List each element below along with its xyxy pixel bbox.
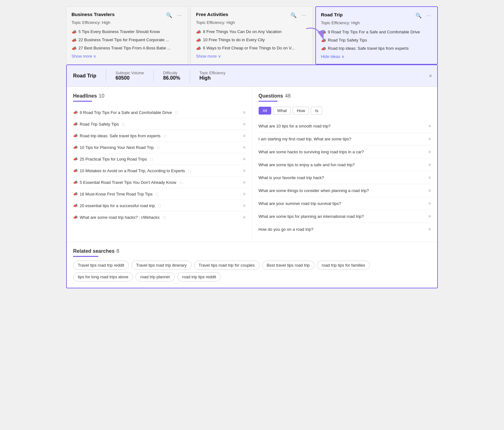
sort-icon[interactable]: ≡ <box>428 175 431 180</box>
filter-what[interactable]: What <box>273 107 291 115</box>
card-item: 📣 27 Best Business Travel Tips From A Bo… <box>72 46 183 51</box>
sort-icon[interactable]: ≡ <box>243 110 245 115</box>
question-text: What are some tips for planning an inter… <box>259 214 364 219</box>
card-free-activities: Free Activities 🔍 ··· Topic Efficiency: … <box>191 6 312 65</box>
sort-icon[interactable]: ≡ <box>243 180 245 185</box>
related-tag[interactable]: tips for long road trips alone <box>73 272 133 281</box>
sort-icon[interactable]: ≡ <box>428 162 431 167</box>
related-tag[interactable]: road trip planner <box>135 272 175 281</box>
question-item: What are some tips to enjoy a safe and f… <box>259 158 431 171</box>
related-tag[interactable]: Travel tips road trip itinerary <box>131 261 192 270</box>
more-button-road[interactable]: ··· <box>426 12 432 19</box>
headline-item: 📣 20 essential tips for a successful roa… <box>73 200 246 212</box>
show-more-business[interactable]: Show more ∨ <box>72 54 183 59</box>
sort-icon[interactable]: ≡ <box>243 145 245 150</box>
detail-panel: Road Trip Subtopic Volume 60500 Difficul… <box>66 65 438 288</box>
show-more-free[interactable]: Show more ∨ <box>196 54 307 59</box>
sort-icon[interactable]: ≡ <box>243 191 245 196</box>
card-actions: 🔍 ··· <box>289 12 307 19</box>
headline-text: 20 essential tips for a successful road … <box>80 203 155 208</box>
related-tag[interactable]: road trip tips reddit <box>177 272 221 281</box>
search-button-business[interactable]: 🔍 <box>165 12 174 19</box>
card-business-travelers: Business Travelers 🔍 ··· Topic Efficienc… <box>66 6 188 65</box>
card-title-road: Road Trip <box>321 12 343 17</box>
card-item-text: 22 Business Travel Tips for Frequent Cor… <box>78 37 169 42</box>
card-header: Free Activities 🔍 ··· <box>196 12 307 19</box>
cards-row: Business Travelers 🔍 ··· Topic Efficienc… <box>66 6 438 65</box>
filter-how[interactable]: How <box>293 107 309 115</box>
external-link-icon[interactable]: ⬚ <box>157 146 160 149</box>
card-items-road: 📣 9 Road Trip Tips For a Safe and Comfor… <box>321 30 432 51</box>
related-tag[interactable]: Travel tips road trip reddit <box>73 261 129 270</box>
arrow-decoration <box>303 22 328 48</box>
sort-icon[interactable]: ≡ <box>428 201 431 206</box>
question-item: I am starting my first road trip. What a… <box>259 133 431 145</box>
sort-icon[interactable]: ≡ <box>243 203 245 208</box>
external-link-icon[interactable]: ⬚ <box>158 204 161 207</box>
related-section: Related searches 8 Travel tips road trip… <box>67 242 437 288</box>
external-link-icon[interactable]: ⬚ <box>164 134 167 138</box>
filter-all[interactable]: All <box>259 107 271 115</box>
sort-icon[interactable]: ≡ <box>428 227 431 232</box>
subtopic-volume-value: 60500 <box>116 75 144 81</box>
megaphone-icon: 📣 <box>196 30 201 34</box>
sort-icon[interactable]: ≡ <box>243 122 245 127</box>
question-text: How do you go on a road trip? <box>259 227 313 232</box>
sort-icon[interactable]: ≡ <box>243 168 245 173</box>
related-title: Related searches 8 <box>73 248 431 254</box>
sort-icon[interactable]: ≡ <box>243 156 245 161</box>
sort-icon[interactable]: ≡ <box>428 149 431 154</box>
difficulty-value: 86.00% <box>163 75 180 81</box>
external-link-icon[interactable]: ⬚ <box>188 169 191 173</box>
headline-item: 📣 10 Tips for Planning Your Next Road Tr… <box>73 142 246 153</box>
external-link-icon[interactable]: ⬚ <box>180 181 182 184</box>
more-button-business[interactable]: ··· <box>176 12 183 19</box>
hide-ideas-road[interactable]: Hide ideas ∧ <box>321 54 432 59</box>
external-link-icon[interactable]: ⬚ <box>122 122 125 126</box>
headlines-count: 10 <box>99 93 105 99</box>
card-item: 📣 5 Tips Every Business Traveler Should … <box>72 29 183 34</box>
question-text: What are some things to consider when pl… <box>259 188 369 193</box>
external-link-icon[interactable]: ⬚ <box>150 157 153 161</box>
related-tag[interactable]: road trip tips for families <box>317 261 370 270</box>
sort-icon[interactable]: ≡ <box>243 133 245 138</box>
sort-icon[interactable]: ≡ <box>428 123 431 128</box>
megaphone-icon: 📣 <box>73 110 78 115</box>
stat-divider <box>153 70 154 82</box>
search-button-road[interactable]: 🔍 <box>414 12 423 19</box>
related-tag[interactable]: Travel tips road trip for couples <box>194 261 260 270</box>
megaphone-icon: 📣 <box>72 46 77 51</box>
card-header: Business Travelers 🔍 ··· <box>72 12 183 19</box>
question-item: What are 10 tips for a smooth road trip?… <box>259 120 431 133</box>
headline-item: 📣 Road Trip Safety Tips ⬚ ≡ <box>73 118 246 130</box>
external-link-icon[interactable]: ⬚ <box>175 111 178 114</box>
question-text: What are your summer road trip survival … <box>259 201 341 206</box>
filter-is[interactable]: Is <box>311 107 322 115</box>
headline-text: 10 Mistakes to Avoid on a Road Trip, Acc… <box>80 168 185 173</box>
detail-topic-name: Road Trip <box>73 73 96 79</box>
megaphone-icon: 📣 <box>72 38 77 42</box>
card-item: 📣 9 Road Trip Tips For a Safe and Comfor… <box>321 30 432 35</box>
headline-item: 📣 5 Essential Road Travel Tips You Don't… <box>73 177 246 188</box>
sort-icon[interactable]: ≡ <box>243 215 245 220</box>
sort-icon[interactable]: ≡ <box>428 136 431 141</box>
card-title-business: Business Travelers <box>72 12 115 17</box>
sort-icon[interactable]: ≡ <box>428 188 431 193</box>
stat-divider <box>190 70 190 82</box>
sort-icon[interactable]: ≡ <box>428 214 431 219</box>
megaphone-icon: 📣 <box>73 133 78 138</box>
card-item-text: 6 Ways to Find Cheap or Free Things to D… <box>203 46 295 50</box>
more-button-free[interactable]: ··· <box>301 12 307 19</box>
close-button[interactable]: × <box>429 73 432 79</box>
external-link-icon[interactable]: ⬚ <box>163 216 166 219</box>
question-item: How do you go on a road trip? ≡ <box>259 223 431 235</box>
question-item: What are some hacks to surviving long ro… <box>259 145 431 158</box>
search-button-free[interactable]: 🔍 <box>289 12 298 19</box>
card-item: 📣 8 Free Things You Can Do on Any Vacati… <box>196 29 307 34</box>
headline-item: 📣 25 Practical Tips for Long Road Trips … <box>73 153 246 165</box>
headline-text: What are some road trip hacks? : r/lifeh… <box>80 215 160 220</box>
card-item-text: 9 Road Trip Tips For a Safe and Comforta… <box>328 30 420 34</box>
external-link-icon[interactable]: ⬚ <box>156 192 158 196</box>
related-tag[interactable]: Best travel tips road trip <box>262 261 315 270</box>
card-title-free: Free Activities <box>196 12 228 17</box>
